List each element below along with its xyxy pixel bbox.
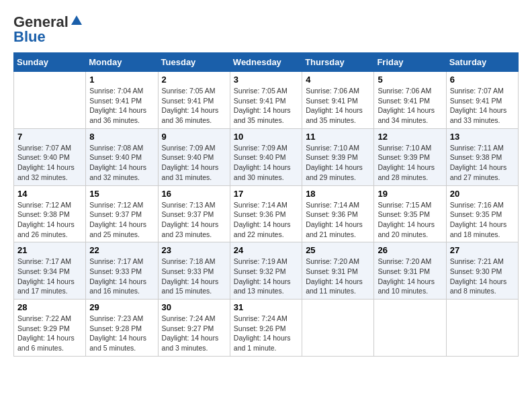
cell-content: Sunrise: 7:06 AM Sunset: 9:41 PM Dayligh… xyxy=(306,86,370,126)
day-number: 31 xyxy=(234,302,298,312)
calendar-cell: 3Sunrise: 7:05 AM Sunset: 9:41 PM Daylig… xyxy=(230,72,302,129)
calendar-cell: 5Sunrise: 7:06 AM Sunset: 9:41 PM Daylig… xyxy=(374,72,446,129)
calendar-table: SundayMondayTuesdayWednesdayThursdayFrid… xyxy=(13,52,519,357)
cell-content: Sunrise: 7:18 AM Sunset: 9:33 PM Dayligh… xyxy=(162,257,226,296)
calendar-week-row: 14Sunrise: 7:12 AM Sunset: 9:38 PM Dayli… xyxy=(14,185,519,242)
header-saturday: Saturday xyxy=(446,53,518,72)
cell-content: Sunrise: 7:19 AM Sunset: 9:32 PM Dayligh… xyxy=(234,257,298,296)
day-number: 13 xyxy=(450,132,515,142)
cell-content: Sunrise: 7:14 AM Sunset: 9:36 PM Dayligh… xyxy=(234,200,298,240)
cell-content: Sunrise: 7:13 AM Sunset: 9:37 PM Dayligh… xyxy=(162,200,226,240)
calendar-cell: 7Sunrise: 7:07 AM Sunset: 9:40 PM Daylig… xyxy=(14,128,86,185)
day-number: 10 xyxy=(234,132,298,142)
header-thursday: Thursday xyxy=(302,53,374,72)
cell-content: Sunrise: 7:24 AM Sunset: 9:26 PM Dayligh… xyxy=(234,314,298,353)
calendar-cell: 11Sunrise: 7:10 AM Sunset: 9:39 PM Dayli… xyxy=(302,128,374,185)
day-number: 20 xyxy=(450,189,515,199)
day-number: 2 xyxy=(162,75,226,85)
cell-content: Sunrise: 7:09 AM Sunset: 9:40 PM Dayligh… xyxy=(234,143,298,183)
day-number: 21 xyxy=(17,245,82,255)
day-number: 25 xyxy=(306,245,370,255)
cell-content: Sunrise: 7:05 AM Sunset: 9:41 PM Dayligh… xyxy=(162,86,226,126)
cell-content: Sunrise: 7:12 AM Sunset: 9:37 PM Dayligh… xyxy=(89,200,154,240)
day-number: 16 xyxy=(162,189,226,199)
day-number: 1 xyxy=(89,75,154,85)
calendar-cell: 9Sunrise: 7:09 AM Sunset: 9:40 PM Daylig… xyxy=(158,128,230,185)
day-number: 24 xyxy=(234,245,298,255)
calendar-cell: 15Sunrise: 7:12 AM Sunset: 9:37 PM Dayli… xyxy=(86,185,158,242)
calendar-cell xyxy=(374,300,446,357)
calendar-cell xyxy=(302,300,374,357)
calendar-cell: 4Sunrise: 7:06 AM Sunset: 9:41 PM Daylig… xyxy=(302,72,374,129)
cell-content: Sunrise: 7:21 AM Sunset: 9:30 PM Dayligh… xyxy=(450,257,515,296)
calendar-cell: 20Sunrise: 7:16 AM Sunset: 9:35 PM Dayli… xyxy=(446,185,518,242)
calendar-cell: 8Sunrise: 7:08 AM Sunset: 9:40 PM Daylig… xyxy=(86,128,158,185)
calendar-cell: 6Sunrise: 7:07 AM Sunset: 9:41 PM Daylig… xyxy=(446,72,518,129)
calendar-cell: 18Sunrise: 7:14 AM Sunset: 9:36 PM Dayli… xyxy=(302,185,374,242)
header-friday: Friday xyxy=(374,53,446,72)
calendar-cell: 29Sunrise: 7:23 AM Sunset: 9:28 PM Dayli… xyxy=(86,300,158,357)
calendar-cell: 28Sunrise: 7:22 AM Sunset: 9:29 PM Dayli… xyxy=(14,300,86,357)
cell-content: Sunrise: 7:08 AM Sunset: 9:40 PM Dayligh… xyxy=(89,143,154,183)
calendar-cell: 21Sunrise: 7:17 AM Sunset: 9:34 PM Dayli… xyxy=(14,242,86,300)
day-number: 9 xyxy=(162,132,226,142)
cell-content: Sunrise: 7:20 AM Sunset: 9:31 PM Dayligh… xyxy=(378,257,442,296)
cell-content: Sunrise: 7:12 AM Sunset: 9:38 PM Dayligh… xyxy=(17,200,82,240)
header-tuesday: Tuesday xyxy=(158,53,230,72)
day-number: 11 xyxy=(306,132,370,142)
calendar-week-row: 1Sunrise: 7:04 AM Sunset: 9:41 PM Daylig… xyxy=(14,72,519,129)
cell-content: Sunrise: 7:20 AM Sunset: 9:31 PM Dayligh… xyxy=(306,257,370,296)
calendar-cell xyxy=(14,72,86,129)
day-number: 26 xyxy=(378,245,442,255)
cell-content: Sunrise: 7:16 AM Sunset: 9:35 PM Dayligh… xyxy=(450,200,515,240)
day-number: 5 xyxy=(378,75,442,85)
cell-content: Sunrise: 7:23 AM Sunset: 9:28 PM Dayligh… xyxy=(89,314,154,353)
day-number: 4 xyxy=(306,75,370,85)
calendar-cell: 10Sunrise: 7:09 AM Sunset: 9:40 PM Dayli… xyxy=(230,128,302,185)
calendar-cell: 2Sunrise: 7:05 AM Sunset: 9:41 PM Daylig… xyxy=(158,72,230,129)
header-sunday: Sunday xyxy=(14,53,86,72)
day-number: 17 xyxy=(234,189,298,199)
calendar-cell: 23Sunrise: 7:18 AM Sunset: 9:33 PM Dayli… xyxy=(158,242,230,300)
cell-content: Sunrise: 7:06 AM Sunset: 9:41 PM Dayligh… xyxy=(378,86,442,126)
logo: General Blue xyxy=(13,13,83,46)
day-number: 22 xyxy=(89,245,154,255)
cell-content: Sunrise: 7:10 AM Sunset: 9:39 PM Dayligh… xyxy=(378,143,442,183)
day-number: 28 xyxy=(17,302,82,312)
cell-content: Sunrise: 7:22 AM Sunset: 9:29 PM Dayligh… xyxy=(17,314,82,353)
cell-content: Sunrise: 7:10 AM Sunset: 9:39 PM Dayligh… xyxy=(306,143,370,183)
calendar-cell: 27Sunrise: 7:21 AM Sunset: 9:30 PM Dayli… xyxy=(446,242,518,300)
day-number: 30 xyxy=(162,302,226,312)
day-number: 12 xyxy=(378,132,442,142)
calendar-header-row: SundayMondayTuesdayWednesdayThursdayFrid… xyxy=(14,53,519,72)
page-header: General Blue xyxy=(13,13,519,46)
calendar-week-row: 21Sunrise: 7:17 AM Sunset: 9:34 PM Dayli… xyxy=(14,242,519,300)
calendar-cell: 31Sunrise: 7:24 AM Sunset: 9:26 PM Dayli… xyxy=(230,300,302,357)
calendar-cell: 14Sunrise: 7:12 AM Sunset: 9:38 PM Dayli… xyxy=(14,185,86,242)
day-number: 8 xyxy=(89,132,154,142)
day-number: 23 xyxy=(162,245,226,255)
calendar-cell: 25Sunrise: 7:20 AM Sunset: 9:31 PM Dayli… xyxy=(302,242,374,300)
svg-marker-0 xyxy=(71,15,82,25)
calendar-cell: 12Sunrise: 7:10 AM Sunset: 9:39 PM Dayli… xyxy=(374,128,446,185)
calendar-cell: 1Sunrise: 7:04 AM Sunset: 9:41 PM Daylig… xyxy=(86,72,158,129)
calendar-cell: 19Sunrise: 7:15 AM Sunset: 9:35 PM Dayli… xyxy=(374,185,446,242)
calendar-cell: 16Sunrise: 7:13 AM Sunset: 9:37 PM Dayli… xyxy=(158,185,230,242)
cell-content: Sunrise: 7:14 AM Sunset: 9:36 PM Dayligh… xyxy=(306,200,370,240)
day-number: 19 xyxy=(378,189,442,199)
calendar-cell: 13Sunrise: 7:11 AM Sunset: 9:38 PM Dayli… xyxy=(446,128,518,185)
day-number: 29 xyxy=(89,302,154,312)
cell-content: Sunrise: 7:09 AM Sunset: 9:40 PM Dayligh… xyxy=(162,143,226,183)
calendar-cell: 17Sunrise: 7:14 AM Sunset: 9:36 PM Dayli… xyxy=(230,185,302,242)
cell-content: Sunrise: 7:15 AM Sunset: 9:35 PM Dayligh… xyxy=(378,200,442,240)
cell-content: Sunrise: 7:11 AM Sunset: 9:38 PM Dayligh… xyxy=(450,143,515,183)
day-number: 27 xyxy=(450,245,515,255)
day-number: 7 xyxy=(17,132,82,142)
header-wednesday: Wednesday xyxy=(230,53,302,72)
calendar-cell: 24Sunrise: 7:19 AM Sunset: 9:32 PM Dayli… xyxy=(230,242,302,300)
cell-content: Sunrise: 7:17 AM Sunset: 9:34 PM Dayligh… xyxy=(17,257,82,296)
cell-content: Sunrise: 7:07 AM Sunset: 9:40 PM Dayligh… xyxy=(17,143,82,183)
cell-content: Sunrise: 7:17 AM Sunset: 9:33 PM Dayligh… xyxy=(89,257,154,296)
calendar-cell: 26Sunrise: 7:20 AM Sunset: 9:31 PM Dayli… xyxy=(374,242,446,300)
calendar-week-row: 7Sunrise: 7:07 AM Sunset: 9:40 PM Daylig… xyxy=(14,128,519,185)
